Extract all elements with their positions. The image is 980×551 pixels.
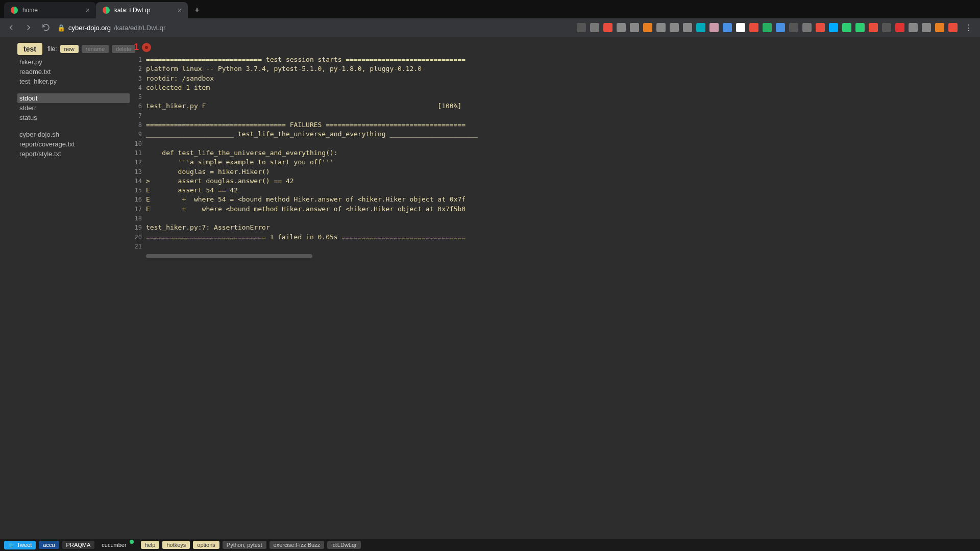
code-line: platform linux -- Python 3.7.4, pytest-5… (146, 64, 827, 73)
url-path: /kata/edit/LDwLqr (114, 24, 165, 32)
extension-icon[interactable] (670, 23, 679, 32)
extension-icon[interactable] (776, 23, 785, 32)
extension-icon[interactable] (935, 23, 944, 32)
extension-icon[interactable] (749, 23, 758, 32)
test-indicator[interactable]: 1 (134, 42, 151, 53)
tab-favicon (10, 6, 18, 14)
options-button[interactable]: options (193, 541, 219, 549)
extension-icon[interactable] (802, 23, 812, 32)
extension-icon[interactable] (696, 23, 705, 32)
extension-icon[interactable] (630, 23, 639, 32)
browser-tab[interactable]: kata: LDwLqr × (96, 2, 188, 18)
extension-icon[interactable] (577, 23, 586, 32)
extension-icon[interactable] (869, 23, 878, 32)
extension-icon[interactable] (909, 23, 918, 32)
code-line: '''a simple example to start you off''' (146, 158, 827, 167)
extension-icon[interactable] (617, 23, 626, 32)
file-item[interactable]: stdout (17, 93, 130, 103)
help-button[interactable]: help (141, 541, 160, 549)
indicator-dot-icon (142, 43, 151, 52)
tweet-label: Tweet (17, 542, 32, 548)
exercise-info: exercise:Fizz Buzz (270, 541, 325, 549)
extension-icon[interactable] (736, 23, 745, 32)
code-line: ============================= test sessi… (146, 55, 827, 64)
code-line: E assert 54 == 42 (146, 186, 827, 195)
cucumber-label: cucumber (102, 542, 126, 548)
browser-addressbar: 🔒 cyber-dojo.org/kata/edit/LDwLqr ⋮ (0, 18, 980, 37)
code-line: E + where 54 = <bound method Hiker.answe… (146, 195, 827, 204)
lock-icon: 🔒 (57, 24, 65, 32)
file-item[interactable]: report/style.txt (17, 149, 130, 159)
code-line (146, 92, 827, 102)
file-item[interactable]: cyber-dojo.sh (17, 130, 130, 139)
praqma-sponsor[interactable]: PRAQMA (62, 541, 95, 549)
code-line (146, 214, 827, 223)
cucumber-sponsor[interactable]: cucumber (97, 541, 130, 549)
browser-tabbar: home × kata: LDwLqr × + (0, 0, 980, 18)
code-line: rootdir: /sandbox (146, 74, 827, 83)
dot-icon (130, 540, 134, 544)
extension-icon[interactable] (882, 23, 891, 32)
code-line: =================================== FAIL… (146, 120, 827, 130)
delete-file-button: delete (112, 45, 135, 53)
code-line: def test_life_the_universe_and_everythin… (146, 148, 827, 158)
app-body: test file: new rename delete hiker.pyrea… (0, 37, 980, 551)
extension-icon[interactable] (656, 23, 666, 32)
close-icon[interactable]: × (86, 6, 90, 14)
toolbar: test file: new rename delete (17, 43, 135, 55)
test-button[interactable]: test (17, 43, 42, 55)
extension-icon[interactable] (855, 23, 865, 32)
file-item[interactable]: report/coverage.txt (17, 139, 130, 149)
file-item[interactable]: test_hiker.py (17, 77, 130, 86)
extension-icon[interactable] (842, 23, 851, 32)
extension-icons (577, 23, 958, 32)
file-item[interactable]: hiker.py (17, 57, 130, 67)
url-host: cyber-dojo.org (68, 24, 111, 32)
extension-icon[interactable] (829, 23, 838, 32)
code-line: > assert douglas.answer() == 42 (146, 177, 827, 186)
browser-tab[interactable]: home × (4, 2, 96, 18)
reload-button[interactable] (40, 21, 52, 34)
tweet-button[interactable]: 🐦 Tweet (4, 541, 36, 549)
extension-icon[interactable] (789, 23, 798, 32)
extension-icon[interactable] (816, 23, 825, 32)
indicator-number: 1 (134, 42, 139, 53)
extension-icon[interactable] (763, 23, 772, 32)
extension-icon[interactable] (603, 23, 612, 32)
id-info: id:LDwLqr (327, 541, 361, 549)
hotkeys-button[interactable]: hotkeys (162, 541, 190, 549)
code-line: ______________________ test_life_the_uni… (146, 130, 827, 139)
file-item[interactable]: stderr (17, 103, 130, 113)
code-line (146, 111, 827, 120)
new-tab-button[interactable]: + (190, 3, 204, 17)
forward-button[interactable] (22, 21, 35, 34)
code-line: ============================== 1 failed … (146, 233, 827, 242)
file-item[interactable]: readme.txt (17, 67, 130, 77)
file-sidebar: hiker.pyreadme.txttest_hiker.py stdoutst… (17, 57, 130, 166)
code-line: douglas = hiker.Hiker() (146, 167, 827, 177)
extension-icon[interactable] (895, 23, 904, 32)
url-field[interactable]: 🔒 cyber-dojo.org/kata/edit/LDwLqr (57, 24, 165, 32)
code-line: test_hiker.py:7: AssertionError (146, 223, 827, 232)
extension-icon[interactable] (590, 23, 599, 32)
tab-title: kata: LDwLqr (114, 7, 174, 14)
file-label: file: (47, 45, 57, 53)
extension-icon[interactable] (683, 23, 692, 32)
extension-icon[interactable] (948, 23, 958, 32)
menu-icon[interactable]: ⋮ (963, 21, 975, 34)
accu-sponsor[interactable]: accu (39, 541, 59, 549)
line-gutter: 123456789101112131415161718192021 (132, 55, 144, 251)
extension-icon[interactable] (643, 23, 652, 32)
file-item[interactable]: status (17, 113, 130, 122)
code-content[interactable]: ============================= test sessi… (146, 55, 827, 251)
extension-icon[interactable] (723, 23, 732, 32)
new-file-button[interactable]: new (60, 45, 79, 53)
editor-pane[interactable]: 123456789101112131415161718192021 ======… (132, 55, 827, 439)
horizontal-scrollbar[interactable] (146, 254, 312, 258)
bottom-bar: 🐦 Tweet accu PRAQMA cucumber help hotkey… (0, 539, 980, 551)
extension-icon[interactable] (922, 23, 931, 32)
close-icon[interactable]: × (178, 6, 182, 14)
back-button[interactable] (5, 21, 17, 34)
extension-icon[interactable] (709, 23, 719, 32)
code-line (146, 242, 827, 251)
